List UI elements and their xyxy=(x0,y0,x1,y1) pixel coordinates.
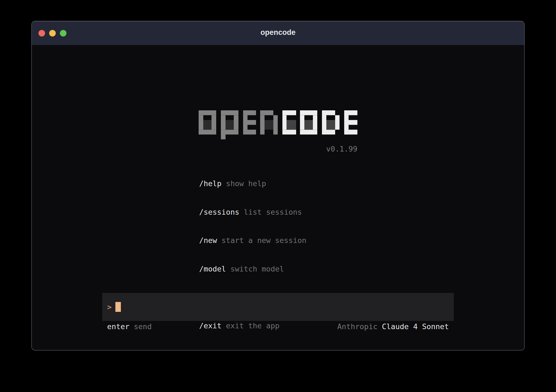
text-cursor xyxy=(115,302,121,312)
logo-letter-o2 xyxy=(300,110,317,135)
command-row: /sessions list sessions xyxy=(199,208,306,217)
command-row: /new start a new session xyxy=(199,236,306,245)
zoom-button[interactable] xyxy=(60,30,66,37)
logo-letter-e2 xyxy=(344,110,357,135)
model-name: Claude 4 Sonnet xyxy=(382,322,449,331)
opencode-logo xyxy=(199,110,357,139)
command-help-list: /help show help /sessions list sessions … xyxy=(199,160,306,349)
keybind-key: enter xyxy=(107,322,129,331)
minimize-button[interactable] xyxy=(49,30,56,37)
desktop: { "window": { "title": "opencode" }, "tr… xyxy=(0,0,556,392)
version-label: v0.1.99 xyxy=(199,145,357,153)
command-description xyxy=(226,265,230,273)
logo-letter-n xyxy=(260,110,278,135)
command-description xyxy=(217,236,221,245)
keybind-action: send xyxy=(134,322,152,331)
model-indicator: AnthropicClaude 4 Sonnet xyxy=(337,322,449,331)
status-bar: entersend AnthropicClaude 4 Sonnet xyxy=(102,322,454,331)
prompt-indicator: > xyxy=(107,303,112,311)
command-name: /sessions xyxy=(199,208,239,216)
message-input[interactable]: > xyxy=(102,293,454,321)
command-row: /help show help xyxy=(199,179,306,189)
terminal-content: v0.1.99 /help show help /sessions list s… xyxy=(32,45,524,350)
logo-letter-o xyxy=(199,110,216,135)
close-button[interactable] xyxy=(38,30,45,37)
logo-letter-e xyxy=(243,110,256,135)
command-description xyxy=(239,208,244,216)
command-name: /help xyxy=(199,179,221,188)
command-row: /model switch model xyxy=(199,264,306,274)
app-window: opencode xyxy=(31,21,525,351)
logo-block: v0.1.99 xyxy=(199,110,357,153)
logo-letter-c xyxy=(282,110,296,135)
command-description xyxy=(221,179,226,188)
window-titlebar[interactable]: opencode xyxy=(32,21,524,45)
command-name: /model xyxy=(199,265,226,273)
traffic-lights xyxy=(38,30,66,37)
command-name: /new xyxy=(199,236,217,245)
model-provider: Anthropic xyxy=(337,322,377,331)
window-title: opencode xyxy=(32,21,524,43)
logo-letter-p xyxy=(221,110,238,139)
keybind-hint: entersend xyxy=(107,322,152,331)
logo-letter-d xyxy=(322,110,340,135)
